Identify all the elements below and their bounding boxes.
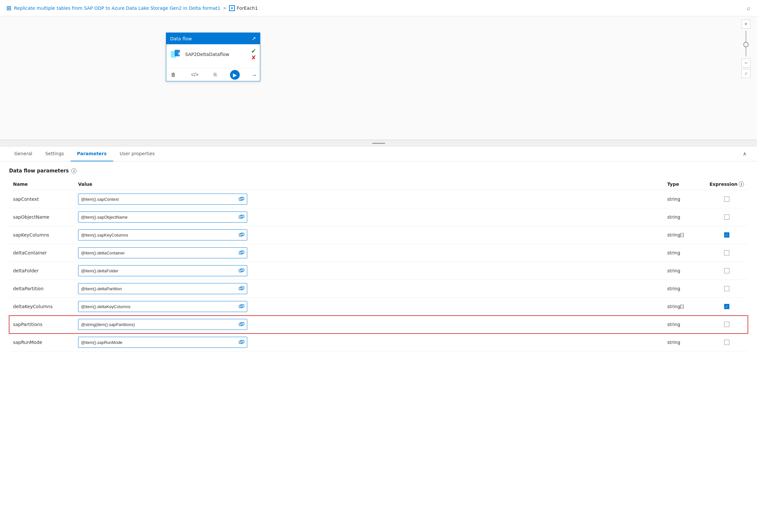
foreach-icon: ⊞: [229, 5, 235, 11]
pipeline-icon: ⊞: [7, 5, 12, 12]
param-type-cell: string: [663, 208, 706, 226]
expression-checkbox[interactable]: [724, 322, 729, 327]
breadcrumb-bar: ⊞ Replicate multiple tables from SAP ODP…: [0, 0, 757, 16]
param-name-cell: sapRunMode: [9, 333, 74, 351]
table-row: sapRunModestring: [9, 333, 748, 351]
value-input-wrap: [78, 337, 247, 348]
tab-settings[interactable]: Settings: [39, 146, 70, 161]
value-input[interactable]: [78, 267, 236, 275]
param-type-cell: string[]: [663, 226, 706, 244]
tab-parameters[interactable]: Parameters: [71, 146, 113, 161]
section-info-icon[interactable]: i: [71, 168, 76, 173]
section-title-text: Data flow parameters: [9, 168, 69, 174]
value-input-wrap: [78, 247, 247, 258]
param-expression-cell: [706, 226, 748, 244]
param-type-cell: string: [663, 190, 706, 208]
zoom-in-button[interactable]: +: [742, 19, 750, 29]
zoom-out-button[interactable]: −: [742, 59, 750, 68]
value-input[interactable]: [78, 249, 236, 257]
zoom-slider-thumb[interactable]: [743, 42, 748, 47]
param-name-cell: deltaPartition: [9, 280, 74, 298]
expression-info-icon[interactable]: i: [739, 181, 744, 187]
status-x-icon: ✘: [251, 55, 256, 60]
dataflow-svg-icon: [170, 48, 182, 60]
value-input[interactable]: [78, 213, 236, 221]
expression-checkbox[interactable]: [724, 250, 729, 255]
param-value-cell: [74, 208, 663, 226]
expression-checkbox[interactable]: [724, 214, 729, 220]
value-input[interactable]: [78, 303, 236, 310]
foreach-label: ForEach1: [237, 6, 258, 11]
value-input[interactable]: [78, 285, 236, 293]
dynamic-content-button[interactable]: [236, 248, 247, 258]
dynamic-content-button[interactable]: [236, 283, 247, 294]
col-header-name: Name: [9, 179, 74, 190]
card-status-icons: ✔ ✘: [251, 48, 256, 60]
param-expression-cell: [706, 262, 748, 280]
param-name-cell: sapKeyColumns: [9, 226, 74, 244]
table-row: sapContextstring: [9, 190, 748, 208]
dynamic-content-button[interactable]: [236, 301, 247, 312]
divider-handle[interactable]: [0, 140, 757, 146]
value-input-wrap: [78, 265, 247, 276]
expression-checkbox[interactable]: [724, 268, 729, 273]
param-name-cell: deltaFolder: [9, 262, 74, 280]
value-input-wrap: [78, 319, 247, 330]
collapse-panel-button[interactable]: ∧: [740, 149, 749, 158]
card-actions: 🗑 </> ⎘ ▶ →: [166, 68, 260, 81]
col-header-value: Value: [74, 179, 663, 190]
expression-checkbox[interactable]: [724, 340, 729, 345]
value-input-wrap: [78, 230, 247, 240]
copy-button[interactable]: ⎘: [212, 71, 219, 78]
external-link-icon[interactable]: ↗: [252, 36, 256, 42]
arrow-button[interactable]: →: [251, 71, 257, 79]
param-value-cell: [74, 262, 663, 280]
value-input-wrap: [78, 301, 247, 312]
expression-checkbox[interactable]: [724, 197, 729, 202]
dynamic-content-button[interactable]: [236, 230, 247, 240]
parameters-content: Data flow parameters i Name Value Type E…: [0, 161, 757, 358]
param-type-cell: string[]: [663, 298, 706, 316]
value-input[interactable]: [78, 196, 236, 203]
run-button[interactable]: ▶: [230, 70, 240, 80]
dynamic-content-button[interactable]: [236, 319, 247, 329]
param-name-cell: sapPartitions: [9, 316, 74, 333]
value-input-wrap: [78, 194, 247, 205]
zoom-slider-track: [745, 31, 746, 57]
card-body: SAP2DeltaDataflow ✔ ✘: [166, 44, 260, 68]
tabs-bar: General Settings Parameters User propert…: [0, 146, 757, 161]
param-value-cell: [74, 190, 663, 208]
breadcrumb-current: ⊞ ForEach1: [229, 5, 258, 11]
dynamic-content-button[interactable]: [236, 337, 247, 348]
zoom-fit-button[interactable]: ⤢: [742, 69, 750, 78]
param-expression-cell: [706, 280, 748, 298]
param-expression-cell: [706, 208, 748, 226]
table-row: sapObjectNamestring: [9, 208, 748, 226]
canvas-area: Data flow ↗ SAP2DeltaDataflow ✔ ✘ 🗑: [0, 16, 757, 140]
delete-button[interactable]: 🗑: [169, 71, 178, 78]
dynamic-content-button[interactable]: [236, 266, 247, 276]
expression-checkbox[interactable]: [724, 232, 729, 237]
value-input[interactable]: [78, 339, 236, 346]
param-type-cell: string: [663, 244, 706, 262]
code-button[interactable]: </>: [189, 71, 200, 78]
dynamic-content-button[interactable]: [236, 212, 247, 222]
bottom-panel: General Settings Parameters User propert…: [0, 146, 757, 358]
expression-checkbox[interactable]: [724, 286, 729, 291]
breadcrumb-pipeline-link[interactable]: Replicate multiple tables from SAP ODP t…: [14, 6, 221, 11]
tab-user-properties[interactable]: User properties: [113, 146, 161, 161]
dynamic-content-button[interactable]: [236, 194, 247, 204]
value-input[interactable]: [78, 231, 236, 239]
tab-general[interactable]: General: [8, 146, 39, 161]
parameters-table: Name Value Type Expression i sapContexts…: [9, 179, 748, 351]
param-type-cell: string: [663, 280, 706, 298]
expression-checkbox[interactable]: [724, 304, 729, 309]
param-value-cell: [74, 244, 663, 262]
table-row: sapPartitionsstring: [9, 316, 748, 333]
table-row: deltaKeyColumnsstring[]: [9, 298, 748, 316]
search-icon[interactable]: ⌕: [747, 5, 750, 12]
tabs-left: General Settings Parameters User propert…: [8, 146, 161, 161]
param-type-cell: string: [663, 333, 706, 351]
dataflow-label: Data flow: [170, 36, 192, 41]
value-input[interactable]: [78, 321, 236, 328]
